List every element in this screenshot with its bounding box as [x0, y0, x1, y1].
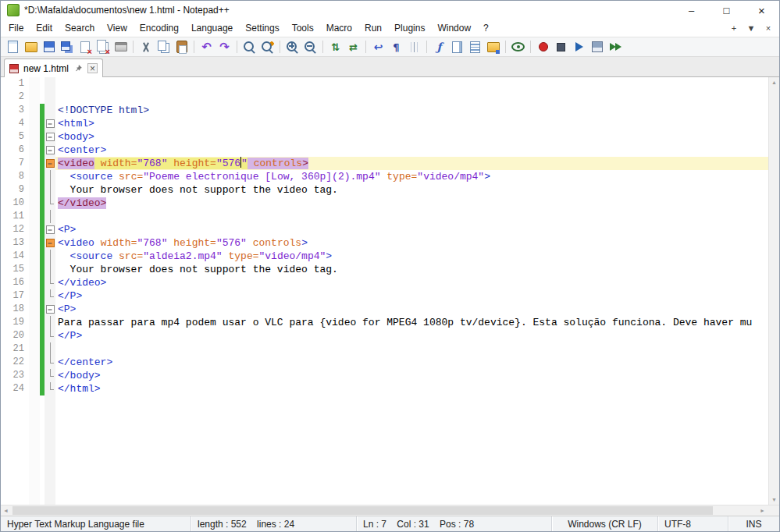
tab-list-dropdown-button[interactable]: ▼ — [743, 21, 759, 35]
code-text[interactable]: </video> — [55, 197, 768, 210]
cut-icon[interactable] — [137, 39, 154, 55]
menu-plugins[interactable]: Plugins — [388, 20, 431, 36]
bookmark-margin[interactable] — [29, 210, 40, 223]
bookmark-margin[interactable] — [29, 170, 40, 183]
save-macro-icon[interactable] — [589, 39, 605, 55]
undo-icon[interactable] — [198, 39, 215, 55]
word-wrap-icon[interactable] — [370, 39, 386, 55]
fold-toggle-icon[interactable] — [45, 130, 55, 144]
code-line-14[interactable]: 14 <source src="aldeia2.mp4" type="video… — [1, 250, 768, 263]
code-text[interactable] — [55, 342, 768, 356]
code-text[interactable]: </P> — [55, 289, 768, 303]
bookmark-margin[interactable] — [29, 130, 40, 144]
tab-label[interactable]: new 1.html — [23, 63, 69, 74]
status-encoding[interactable]: UTF-8 — [658, 516, 728, 531]
bookmark-margin[interactable] — [29, 303, 40, 316]
show-all-chars-icon[interactable] — [388, 39, 404, 55]
menu-help[interactable]: ? — [477, 20, 495, 36]
code-line-4[interactable]: 4<html> — [1, 117, 768, 130]
code-text[interactable]: <center> — [55, 144, 768, 157]
fold-toggle-icon[interactable] — [45, 236, 55, 250]
bookmark-margin[interactable] — [29, 236, 40, 250]
bookmark-margin[interactable] — [29, 356, 40, 369]
horizontal-scrollbar-thumb[interactable] — [12, 506, 713, 515]
tab-close-icon[interactable]: × — [87, 63, 98, 73]
menu-edit[interactable]: Edit — [30, 20, 59, 36]
close-file-icon[interactable] — [77, 39, 93, 55]
vertical-scrollbar[interactable]: ▲ ▼ — [768, 77, 779, 505]
status-eol-format[interactable]: Windows (CR LF) — [552, 516, 658, 531]
fold-toggle-icon[interactable] — [45, 144, 55, 157]
fold-toggle-icon[interactable] — [45, 157, 55, 170]
minimize-button[interactable]: – — [674, 1, 709, 20]
tab-new-1-html[interactable]: new 1.html × — [4, 59, 103, 77]
code-line-1[interactable]: 1 — [1, 77, 768, 90]
code-text[interactable]: Para passar para mp4 podem usar o VLC pa… — [55, 316, 768, 329]
new-tab-button[interactable]: + — [726, 21, 742, 35]
code-text[interactable] — [55, 77, 768, 90]
code-line-23[interactable]: 23</body> — [1, 369, 768, 382]
bookmark-margin[interactable] — [29, 157, 40, 170]
zoom-out-icon[interactable] — [302, 39, 319, 55]
menu-view[interactable]: View — [101, 20, 134, 36]
bookmark-margin[interactable] — [29, 316, 40, 329]
bookmark-margin[interactable] — [29, 342, 40, 356]
save-file-icon[interactable] — [41, 39, 57, 55]
document-list-icon[interactable] — [467, 39, 483, 55]
copy-icon[interactable] — [155, 39, 172, 55]
code-text[interactable]: <P> — [55, 223, 768, 236]
bookmark-margin[interactable] — [29, 263, 40, 276]
code-line-8[interactable]: 8 <source src="Poeme electronique [Low, … — [1, 170, 768, 183]
code-line-7[interactable]: 7<video width="768" height="576" control… — [1, 157, 768, 170]
code-line-15[interactable]: 15 Your browser does not support the vid… — [1, 263, 768, 276]
menu-window[interactable]: Window — [431, 20, 477, 36]
bookmark-margin[interactable] — [29, 289, 40, 303]
status-insert-mode[interactable]: INS — [728, 516, 779, 531]
code-text[interactable]: <body> — [55, 130, 768, 144]
bookmark-margin[interactable] — [29, 104, 40, 117]
scroll-up-icon[interactable]: ▲ — [771, 77, 777, 87]
code-line-11[interactable]: 11 — [1, 210, 768, 223]
menu-encoding[interactable]: Encoding — [134, 20, 185, 36]
find-icon[interactable] — [241, 39, 258, 55]
code-area[interactable]: 123<!DOCTYPE html>4<html>5<body>6<center… — [1, 77, 768, 505]
bookmark-margin[interactable] — [29, 369, 40, 382]
code-line-18[interactable]: 18<P> — [1, 303, 768, 316]
bookmark-margin[interactable] — [29, 197, 40, 210]
record-macro-icon[interactable] — [535, 39, 551, 55]
menu-language[interactable]: Language — [185, 20, 239, 36]
code-line-17[interactable]: 17</P> — [1, 289, 768, 303]
run-macro-multiple-icon[interactable] — [607, 39, 623, 55]
open-file-icon[interactable] — [23, 39, 39, 55]
sync-vertical-icon[interactable] — [327, 39, 344, 55]
menu-macro[interactable]: Macro — [320, 20, 358, 36]
bookmark-margin[interactable] — [29, 223, 40, 236]
code-line-19[interactable]: 19Para passar para mp4 podem usar o VLC … — [1, 316, 768, 329]
code-text[interactable]: <html> — [55, 117, 768, 130]
redo-icon[interactable] — [216, 39, 233, 55]
pin-icon[interactable] — [74, 64, 83, 73]
code-text[interactable]: </body> — [55, 369, 768, 382]
menu-tools[interactable]: Tools — [286, 20, 320, 36]
code-text[interactable]: Your browser does not support the video … — [55, 263, 768, 276]
zoom-in-icon[interactable] — [284, 39, 301, 55]
scroll-left-icon[interactable]: ◄ — [1, 508, 11, 513]
code-line-5[interactable]: 5<body> — [1, 130, 768, 144]
bookmark-margin[interactable] — [29, 90, 40, 104]
bookmark-margin[interactable] — [29, 77, 40, 90]
scroll-down-icon[interactable]: ▼ — [771, 495, 777, 505]
bookmark-margin[interactable] — [29, 382, 40, 395]
replace-icon[interactable] — [259, 39, 276, 55]
folder-workspace-icon[interactable] — [485, 39, 501, 55]
close-button[interactable]: × — [744, 1, 779, 20]
menu-run[interactable]: Run — [358, 20, 388, 36]
code-line-10[interactable]: 10</video> — [1, 197, 768, 210]
code-text[interactable]: </center> — [55, 356, 768, 369]
monitoring-icon[interactable] — [510, 39, 526, 55]
code-line-3[interactable]: 3<!DOCTYPE html> — [1, 104, 768, 117]
code-line-21[interactable]: 21 — [1, 342, 768, 356]
menu-settings[interactable]: Settings — [239, 20, 285, 36]
code-line-9[interactable]: 9 Your browser does not support the vide… — [1, 183, 768, 197]
play-macro-icon[interactable] — [571, 39, 587, 55]
save-all-icon[interactable] — [59, 39, 75, 55]
